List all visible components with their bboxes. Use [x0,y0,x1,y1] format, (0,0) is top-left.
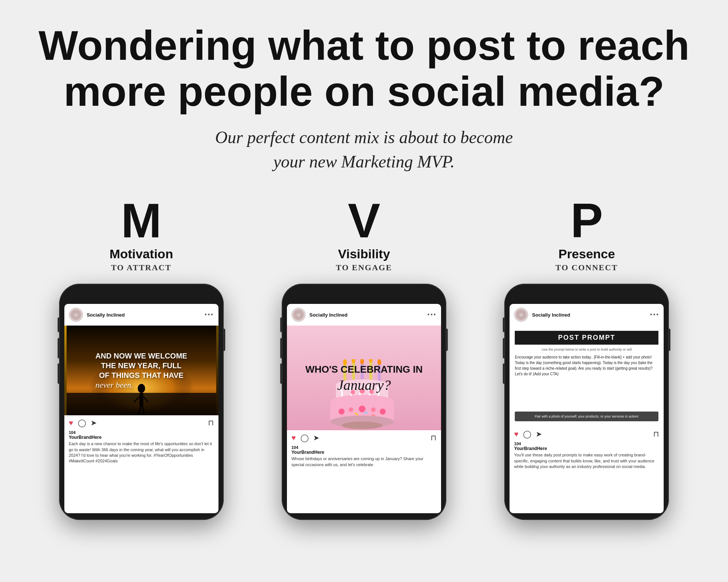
comment-icon-3[interactable]: ◯ [523,429,531,438]
mvp-p-sub: TO CONNECT [556,263,618,272]
svg-rect-6 [140,393,143,406]
heart-icon-2[interactable]: ♥ [291,434,296,442]
svg-text:SI: SI [297,313,300,317]
main-headline: Wondering what to post to reach more peo… [30,22,698,114]
ig-likes-1: 104 [64,430,218,435]
subtitle: Our perfect content mix is about to beco… [215,126,513,174]
mvp-p-letter: P [571,196,603,245]
avatar-3: SI [514,308,528,322]
bookmark-icon-2[interactable]: ⊓ [431,433,437,442]
mvp-motivation-section: M Motivation TO ATTRACT SI [30,196,253,520]
mvp-p-word: Presence [559,247,615,261]
ig-dots-3: ••• [650,311,659,319]
ig-likes-2: 104 [287,445,441,450]
bookmark-icon-1[interactable]: ⊓ [208,418,214,427]
mvp-phones-section: M Motivation TO ATTRACT SI [30,196,698,520]
mvp-m-word: Motivation [110,247,173,261]
ig-header-3: SI Socially Inclined ••• [510,304,664,326]
svg-point-34 [359,406,365,412]
comment-icon-2[interactable]: ◯ [300,433,309,442]
mvp-visibility-section: V Visibility TO ENGAGE SI [253,196,475,520]
post-prompt-subtitle: Use the prompt below to write a post to … [515,348,658,351]
ig-actions-1: ♥ ◯ ➤ ⊓ [64,415,218,430]
avatar-1: SI [69,308,83,322]
mvp-v-letter: V [348,196,380,245]
svg-point-32 [339,409,345,415]
svg-point-33 [349,407,353,412]
avatar-2: SI [291,308,306,322]
share-icon-1[interactable]: ➤ [91,418,97,427]
mvp-v-sub: TO ENGAGE [336,263,392,272]
svg-text:SI: SI [74,313,77,317]
mvp-v-word: Visibility [338,247,390,261]
bookmark-icon-3[interactable]: ⊓ [653,429,659,438]
ig-username-1: Socially Inclined [87,312,201,318]
phone-screen-3: SI Socially Inclined ••• POST PROMPT Use… [510,304,664,513]
ig-dots-2: ••• [427,311,437,319]
ig-header-1: SI Socially Inclined ••• [64,304,218,326]
post2-who: WHO'S CELEBRATING IN [294,364,434,375]
ig-caption-text-1: Each day is a new chance to make the mos… [64,441,218,468]
post-image-2: WHO'S CELEBRATING IN January? [287,326,441,430]
ig-username-2: Socially Inclined [309,312,423,318]
ig-caption-text-2: Whose birthdays or anniversaries are com… [287,456,441,471]
heart-icon-1[interactable]: ♥ [69,419,73,427]
phone-screen-2: SI Socially Inclined ••• WHO'S CELEBRATI… [287,304,441,513]
post-prompt-title: POST PROMPT [515,331,658,345]
post-prompt-body: Encourage your audience to take action t… [515,354,658,409]
share-icon-3[interactable]: ➤ [536,429,542,438]
phone-notch-1 [111,290,171,301]
post-image-1: AND NOW WE WELCOME THE NEW YEAR, FULL OF… [64,326,218,415]
phone-1: SI Socially Inclined ••• [59,284,224,520]
mvp-m-sub: TO ATTRACT [111,263,172,272]
svg-point-36 [380,409,386,415]
ig-username-3: Socially Inclined [532,312,646,318]
ig-caption-user-3: YourBrandHere [510,446,664,451]
page-wrapper: Wondering what to post to reach more peo… [0,0,728,582]
phone-screen-1: SI Socially Inclined ••• [64,304,218,513]
ig-dots-1: ••• [205,311,214,319]
ig-caption-user-1: YourBrandHere [64,435,218,440]
phone-3: SI Socially Inclined ••• POST PROMPT Use… [504,284,669,520]
mvp-m-letter: M [121,196,162,245]
mvp-presence-section: P Presence TO CONNECT SI [475,196,698,520]
ig-caption-user-2: YourBrandHere [287,450,441,455]
post1-line4: never been. [95,380,187,390]
ig-likes-3: 104 [510,441,664,446]
heart-icon-3[interactable]: ♥ [514,430,519,438]
post-image-3: POST PROMPT Use the prompt below to writ… [510,326,664,427]
post2-month: January? [294,377,434,393]
svg-point-42 [342,422,383,429]
post-prompt-cta: Pair with a photo of yourself, your prod… [515,412,658,421]
svg-text:SI: SI [520,313,523,317]
svg-point-35 [371,407,376,412]
phone-notch-2 [334,290,394,301]
share-icon-2[interactable]: ➤ [313,433,319,442]
ig-actions-2: ♥ ◯ ➤ ⊓ [287,430,441,445]
ig-header-2: SI Socially Inclined ••• [287,304,441,326]
ig-caption-text-3: You'll use these daily post prompts to m… [510,452,664,473]
comment-icon-1[interactable]: ◯ [78,418,86,427]
ig-actions-3: ♥ ◯ ➤ ⊓ [510,427,664,441]
phone-notch-3 [557,290,617,301]
phone-2: SI Socially Inclined ••• WHO'S CELEBRATI… [282,284,446,520]
post1-line1: AND NOW WE WELCOME THE NEW YEAR, FULL OF… [95,351,187,380]
